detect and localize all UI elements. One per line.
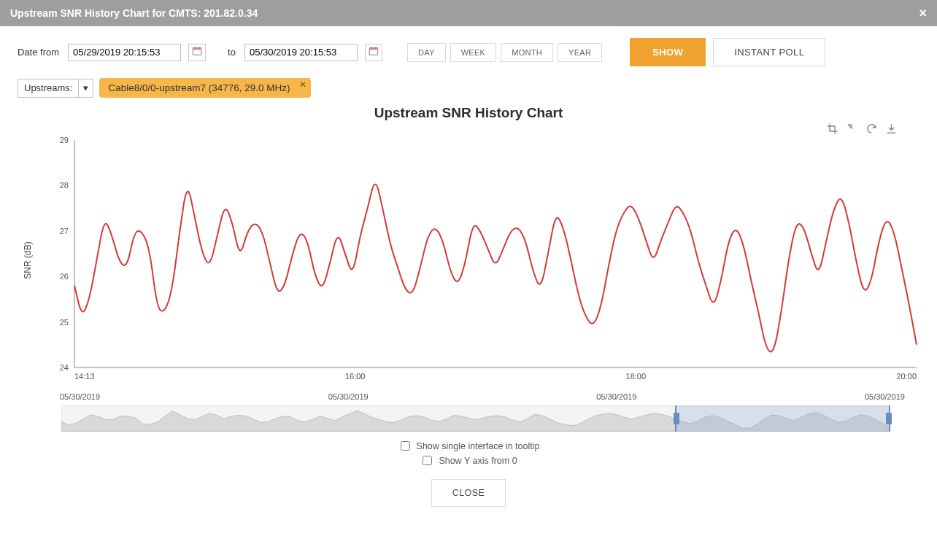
- svg-rect-7: [375, 47, 376, 49]
- date-from-input[interactable]: [68, 44, 181, 61]
- chart-scrubber[interactable]: [61, 405, 890, 432]
- action-button-group: SHOW INSTANT POLL: [630, 38, 825, 66]
- calendar-icon: [369, 46, 379, 58]
- svg-rect-1: [193, 48, 201, 50]
- upstreams-label: Upstreams:: [18, 82, 78, 93]
- single-interface-label: Show single interface in tooltip: [417, 441, 540, 451]
- yaxis-zero-option[interactable]: Show Y axis from 0: [420, 454, 517, 467]
- svg-text:26: 26: [60, 272, 69, 281]
- dialog-title: Upstream SNR History Chart for CMTS: 201…: [10, 7, 258, 19]
- yaxis-zero-checkbox[interactable]: [423, 456, 432, 465]
- svg-text:14:13: 14:13: [74, 372, 95, 381]
- date-from-label: Date from: [18, 47, 59, 58]
- scrubber-selection[interactable]: [675, 405, 890, 432]
- upstream-row: Upstreams: ▾ Cable8/0/0-upstream7 (34776…: [18, 78, 919, 98]
- x-axis-date-row: 05/30/2019 05/30/2019 05/30/2019 05/30/2…: [60, 392, 905, 401]
- filter-row: Date from to DAY WEEK MONTH YEAR SHOW IN…: [18, 38, 919, 66]
- svg-text:16:00: 16:00: [345, 372, 366, 381]
- date-from-calendar-button[interactable]: [188, 44, 206, 61]
- date-to-calendar-button[interactable]: [365, 44, 382, 61]
- scrubber-handle-left[interactable]: [674, 413, 679, 424]
- dialog-titlebar: Upstream SNR History Chart for CMTS: 201…: [0, 0, 937, 26]
- range-week-button[interactable]: WEEK: [450, 43, 497, 62]
- remove-chip-icon[interactable]: ✕: [299, 79, 306, 90]
- scrubber-handle-right[interactable]: [886, 413, 892, 424]
- x-date-1: 05/30/2019: [328, 392, 369, 401]
- svg-text:29: 29: [60, 136, 69, 144]
- svg-text:28: 28: [60, 181, 69, 190]
- instant-poll-button[interactable]: INSTANT POLL: [713, 38, 825, 66]
- calendar-icon: [192, 46, 202, 58]
- range-day-button[interactable]: DAY: [407, 43, 446, 62]
- svg-text:27: 27: [60, 227, 69, 236]
- single-interface-checkbox[interactable]: [401, 441, 410, 451]
- yaxis-zero-label: Show Y axis from 0: [439, 456, 517, 466]
- svg-text:25: 25: [60, 318, 69, 327]
- single-interface-option[interactable]: Show single interface in tooltip: [398, 439, 540, 453]
- svg-text:20:00: 20:00: [896, 372, 917, 381]
- range-button-group: DAY WEEK MONTH YEAR: [407, 43, 602, 62]
- x-date-0: 05/30/2019: [60, 392, 100, 401]
- x-date-3: 05/30/2019: [865, 392, 905, 401]
- svg-rect-2: [195, 47, 196, 49]
- x-date-2: 05/30/2019: [596, 392, 636, 401]
- svg-text:18:00: 18:00: [626, 372, 647, 381]
- upstream-chip: Cable8/0/0-upstream7 (34776, 29.0 MHz) ✕: [99, 78, 310, 98]
- chevron-down-icon[interactable]: ▾: [78, 79, 93, 97]
- date-to-input[interactable]: [244, 44, 358, 61]
- svg-rect-5: [369, 48, 377, 50]
- range-year-button[interactable]: YEAR: [558, 43, 602, 62]
- close-icon[interactable]: ×: [919, 7, 927, 20]
- snr-line-chart[interactable]: 24252627282914:1316:0018:0020:00: [47, 133, 922, 388]
- chart-options: Show single interface in tooltip Show Y …: [18, 439, 919, 467]
- range-month-button[interactable]: MONTH: [501, 43, 553, 62]
- date-to-label: to: [228, 47, 236, 58]
- upstreams-dropdown[interactable]: Upstreams: ▾: [18, 79, 93, 98]
- upstream-chip-label: Cable8/0/0-upstream7 (34776, 29.0 MHz): [108, 82, 290, 93]
- svg-text:24: 24: [60, 363, 69, 372]
- svg-rect-6: [371, 47, 371, 49]
- svg-rect-3: [198, 47, 199, 49]
- y-axis-label: SNR (dB): [23, 241, 33, 279]
- chart-title: Upstream SNR History Chart: [374, 105, 563, 121]
- close-button[interactable]: CLOSE: [431, 479, 506, 507]
- show-button[interactable]: SHOW: [630, 38, 706, 66]
